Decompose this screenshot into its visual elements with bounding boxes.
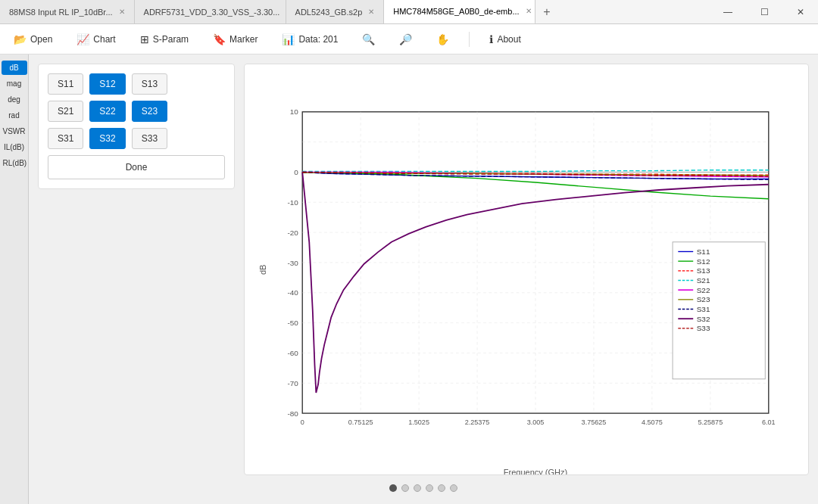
y-axis-label: dB: [257, 76, 269, 462]
tab-3[interactable]: ADL5243_GB.s2p ✕: [286, 0, 385, 24]
sparam-s31[interactable]: S31: [48, 128, 83, 149]
tab-1-label: 88MS8 Input RL IP_10dBr...: [9, 8, 113, 17]
data-icon: 📊: [282, 33, 295, 45]
minimize-button[interactable]: —: [710, 0, 745, 24]
sparam-row-1: S11 S12 S13: [48, 73, 225, 95]
pan-button[interactable]: ✋: [432, 30, 454, 48]
pager-dot-5[interactable]: [438, 484, 445, 492]
svg-rect-37: [673, 242, 765, 379]
chart-svg: 10 0 -10 -20 -30 -40 -50 -60 -70 -80 0: [275, 76, 796, 462]
svg-text:0: 0: [294, 168, 298, 176]
x-axis-label: Frequency (GHz): [275, 468, 796, 475]
zoom-in-icon: 🔍: [362, 33, 375, 45]
pager: [38, 481, 809, 495]
sidebar-item-vswr[interactable]: VSWR: [2, 124, 27, 138]
open-label: Open: [30, 34, 52, 45]
svg-text:3.75625: 3.75625: [582, 418, 607, 426]
sparam-s33[interactable]: S33: [132, 128, 167, 149]
marker-button[interactable]: 🔖 Marker: [208, 30, 262, 48]
tab-1-close[interactable]: ✕: [119, 8, 125, 16]
pager-dot-3[interactable]: [414, 484, 421, 492]
svg-text:S33: S33: [697, 324, 710, 332]
open-icon: 📂: [14, 33, 27, 45]
open-button[interactable]: 📂 Open: [9, 30, 57, 48]
toolbar: 📂 Open 📈 Chart ⊞ S-Param 🔖 Marker 📊 Data…: [0, 24, 818, 54]
sparam-button[interactable]: ⊞ S-Param: [136, 30, 193, 48]
tab-add-button[interactable]: +: [535, 5, 557, 19]
sidebar-item-mag[interactable]: mag: [2, 76, 27, 91]
tab-4-close[interactable]: ✕: [526, 7, 532, 15]
tab-4-label: HMC784M58GE_A0B0_de-emb...: [393, 7, 519, 16]
done-button[interactable]: Done: [48, 155, 225, 179]
sparam-s11[interactable]: S11: [48, 73, 83, 95]
svg-text:S32: S32: [697, 315, 710, 323]
svg-text:S13: S13: [697, 266, 710, 275]
sparam-panel: S11 S12 S13 S21 S22 S23 S31 S32 S33 Done: [38, 64, 235, 189]
zoom-in-button[interactable]: 🔍: [357, 30, 379, 48]
close-button[interactable]: ✕: [783, 0, 818, 24]
svg-text:-40: -40: [287, 288, 298, 297]
sidebar: dB mag deg rad VSWR IL(dB) RL(dB): [0, 54, 29, 504]
tab-2[interactable]: ADRF5731_VDD_3.30_VSS_-3.30... ✕: [135, 0, 286, 24]
sidebar-item-rldb[interactable]: RL(dB): [2, 156, 27, 170]
sparam-s13[interactable]: S13: [132, 73, 167, 95]
chart-icon: 📈: [76, 33, 89, 45]
data-label: Data: 201: [298, 34, 338, 45]
svg-text:-20: -20: [287, 229, 298, 237]
sparam-s21[interactable]: S21: [48, 101, 83, 122]
chart-button[interactable]: 📈 Chart: [72, 30, 120, 48]
svg-text:0.75125: 0.75125: [348, 418, 373, 426]
tab-3-close[interactable]: ✕: [368, 8, 374, 16]
svg-text:S22: S22: [697, 286, 710, 294]
sparam-row-2: S21 S22 S23: [48, 101, 225, 122]
svg-text:-80: -80: [287, 409, 298, 418]
sparam-s32[interactable]: S32: [89, 128, 125, 149]
sparam-label: S-Param: [153, 34, 189, 45]
sidebar-item-rad[interactable]: rad: [2, 108, 27, 123]
svg-text:0: 0: [301, 418, 304, 426]
pager-dot-2[interactable]: [401, 484, 409, 492]
svg-text:S21: S21: [697, 276, 710, 285]
window-controls: — ☐ ✕: [710, 0, 818, 24]
svg-text:-10: -10: [287, 198, 298, 207]
sidebar-item-db[interactable]: dB: [2, 61, 27, 75]
svg-text:4.5075: 4.5075: [642, 418, 663, 426]
pager-dot-1[interactable]: [389, 484, 397, 492]
svg-text:3.005: 3.005: [527, 418, 545, 426]
toolbar-divider: [469, 32, 470, 47]
sparam-row-3: S31 S32 S33: [48, 128, 225, 149]
zoom-out-icon: 🔎: [399, 33, 412, 45]
content-wrapper: S11 S12 S13 S21 S22 S23 S31 S32 S33 Done: [38, 64, 809, 475]
tab-1[interactable]: 88MS8 Input RL IP_10dBr... ✕: [0, 0, 135, 24]
chart-label: Chart: [93, 34, 115, 45]
tab-2-label: ADRF5731_VDD_3.30_VSS_-3.30...: [144, 8, 280, 17]
marker-icon: 🔖: [213, 33, 226, 45]
sidebar-item-deg[interactable]: deg: [2, 92, 27, 107]
sidebar-item-ildb[interactable]: IL(dB): [2, 140, 27, 154]
sparam-s22[interactable]: S22: [89, 101, 125, 122]
zoom-out-button[interactable]: 🔎: [395, 30, 417, 48]
svg-text:S31: S31: [697, 305, 710, 313]
svg-text:S23: S23: [697, 295, 710, 303]
svg-text:1.5025: 1.5025: [408, 418, 429, 426]
maximize-button[interactable]: ☐: [747, 0, 782, 24]
pager-dot-4[interactable]: [426, 484, 433, 492]
svg-text:-30: -30: [287, 259, 298, 267]
svg-text:-70: -70: [287, 379, 298, 387]
sparam-s23[interactable]: S23: [132, 101, 167, 122]
svg-text:-60: -60: [287, 349, 298, 357]
svg-text:S11: S11: [697, 247, 710, 256]
data-button[interactable]: 📊 Data: 201: [277, 30, 342, 48]
svg-text:10: 10: [290, 107, 299, 116]
sparam-s12[interactable]: S12: [89, 73, 125, 95]
pager-dot-6[interactable]: [450, 484, 457, 492]
svg-text:5.25875: 5.25875: [698, 418, 723, 426]
sparam-icon: ⊞: [140, 33, 149, 45]
about-button[interactable]: ℹ About: [485, 30, 525, 48]
svg-text:2.25375: 2.25375: [465, 418, 490, 426]
pan-icon: ✋: [436, 33, 449, 45]
about-icon: ℹ: [489, 33, 493, 45]
about-label: About: [497, 34, 520, 45]
tab-4[interactable]: HMC784M58GE_A0B0_de-emb... ✕: [384, 0, 535, 24]
content-area: S11 S12 S13 S21 S22 S23 S31 S32 S33 Done: [29, 54, 818, 504]
